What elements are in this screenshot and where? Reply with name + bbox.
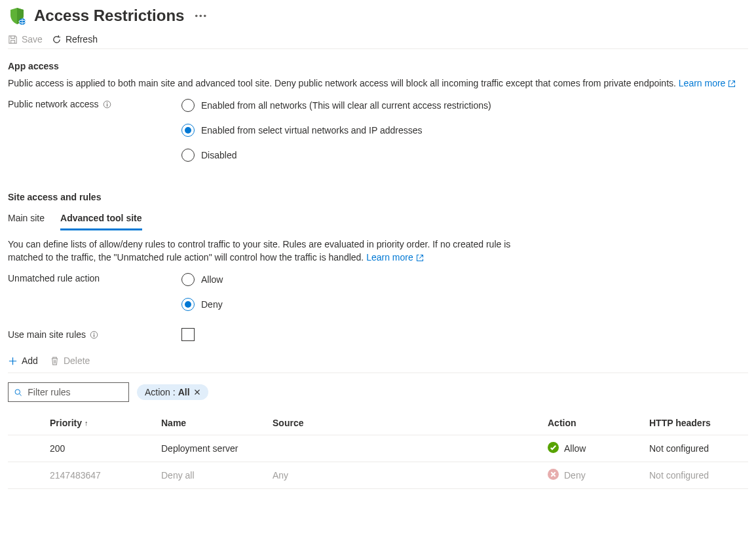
refresh-icon bbox=[52, 35, 62, 45]
site-access-description: You can define lists of allow/deny rules… bbox=[8, 238, 532, 264]
table-row[interactable]: 2147483647Deny allAnyDenyNot configured bbox=[8, 462, 748, 489]
use-main-site-row: Use main site rules bbox=[8, 328, 748, 341]
filter-row: Action : All bbox=[8, 382, 748, 402]
site-access-heading: Site access and rules bbox=[8, 192, 748, 202]
delete-label: Delete bbox=[64, 355, 90, 366]
shield-icon bbox=[8, 7, 26, 25]
radio-icon bbox=[181, 298, 195, 311]
trash-icon bbox=[50, 356, 60, 366]
radio-unmatched-allow[interactable]: Allow bbox=[181, 273, 223, 286]
learn-more-label: Learn more bbox=[679, 78, 726, 88]
public-network-access-row: Public network access Enabled from all n… bbox=[8, 99, 748, 162]
col-name[interactable]: Name bbox=[159, 411, 270, 435]
col-http[interactable]: HTTP headers bbox=[647, 411, 748, 435]
svg-rect-5 bbox=[106, 103, 107, 106]
radio-disabled-label: Disabled bbox=[201, 150, 236, 160]
radio-unmatched-allow-label: Allow bbox=[201, 274, 223, 285]
app-access-description: Public access is applied to both main si… bbox=[8, 77, 748, 90]
save-icon bbox=[8, 35, 18, 45]
command-bar: Save Refresh bbox=[8, 30, 748, 49]
x-circle-icon bbox=[548, 469, 559, 482]
filter-pill-action[interactable]: Action : All bbox=[137, 384, 208, 400]
cell-priority: 200 bbox=[47, 435, 159, 462]
rules-table: Priority↑ Name Source Action HTTP header… bbox=[8, 411, 748, 489]
sort-asc-icon: ↑ bbox=[82, 419, 88, 427]
public-network-access-text: Public network access bbox=[8, 99, 99, 109]
cell-http: Not configured bbox=[647, 435, 748, 462]
filter-input[interactable] bbox=[26, 386, 123, 398]
page-title: Access Restrictions bbox=[34, 7, 184, 25]
delete-button[interactable]: Delete bbox=[50, 355, 90, 366]
rules-toolbar: Add Delete bbox=[8, 355, 748, 373]
radio-disabled[interactable]: Disabled bbox=[181, 149, 491, 162]
learn-more-link[interactable]: Learn more bbox=[366, 252, 423, 263]
svg-point-9 bbox=[15, 389, 20, 393]
radio-enabled-select-label: Enabled from select virtual networks and… bbox=[201, 125, 422, 136]
radio-enabled-all-label: Enabled from all networks (This will cle… bbox=[201, 100, 491, 111]
save-button[interactable]: Save bbox=[8, 34, 43, 45]
use-main-site-label: Use main site rules bbox=[8, 329, 181, 340]
table-header-row: Priority↑ Name Source Action HTTP header… bbox=[8, 411, 748, 435]
cell-name: Deployment server bbox=[159, 435, 270, 462]
plus-icon bbox=[8, 356, 18, 366]
radio-icon bbox=[181, 149, 195, 162]
unmatched-rule-row: Unmatched rule action Allow Deny bbox=[8, 273, 748, 311]
external-link-icon bbox=[416, 254, 424, 262]
radio-icon bbox=[181, 99, 195, 112]
svg-line-10 bbox=[20, 393, 22, 395]
app-access-heading: App access bbox=[8, 61, 748, 71]
close-icon[interactable] bbox=[193, 388, 202, 397]
site-access-desc-text: You can define lists of allow/deny rules… bbox=[8, 239, 510, 263]
radio-enabled-select[interactable]: Enabled from select virtual networks and… bbox=[181, 124, 491, 137]
cell-http: Not configured bbox=[647, 462, 748, 489]
learn-more-label: Learn more bbox=[366, 252, 413, 263]
site-tabs: Main site Advanced tool site bbox=[8, 209, 748, 231]
radio-icon bbox=[181, 273, 195, 286]
cell-source bbox=[270, 435, 545, 462]
filter-pill-label: Action : bbox=[145, 387, 176, 397]
public-network-access-label: Public network access bbox=[8, 99, 181, 109]
col-priority[interactable]: Priority↑ bbox=[47, 411, 159, 435]
info-icon[interactable] bbox=[103, 100, 111, 109]
cell-source: Any bbox=[270, 462, 545, 489]
tab-advanced-tool-site[interactable]: Advanced tool site bbox=[60, 209, 142, 230]
app-access-desc-text: Public access is applied to both main si… bbox=[8, 78, 676, 88]
radio-icon bbox=[181, 124, 195, 137]
info-icon[interactable] bbox=[90, 331, 98, 339]
filter-pill-value: All bbox=[178, 387, 190, 397]
radio-unmatched-deny-label: Deny bbox=[201, 299, 223, 310]
radio-enabled-all[interactable]: Enabled from all networks (This will cle… bbox=[181, 99, 491, 112]
svg-point-4 bbox=[106, 102, 107, 103]
unmatched-radio-group: Allow Deny bbox=[181, 273, 223, 311]
use-main-site-text: Use main site rules bbox=[8, 329, 86, 340]
cell-action: Deny bbox=[545, 462, 647, 489]
learn-more-link[interactable]: Learn more bbox=[679, 78, 736, 88]
external-link-icon bbox=[728, 80, 736, 88]
add-button[interactable]: Add bbox=[8, 355, 38, 366]
svg-rect-8 bbox=[94, 334, 94, 337]
public-network-radio-group: Enabled from all networks (This will cle… bbox=[181, 99, 491, 162]
cell-action: Allow bbox=[545, 435, 647, 462]
table-row[interactable]: 200Deployment serverAllowNot configured bbox=[8, 435, 748, 462]
more-button[interactable]: ••• bbox=[192, 11, 208, 21]
filter-input-wrapper[interactable] bbox=[8, 382, 129, 402]
cell-priority: 2147483647 bbox=[47, 462, 159, 489]
tab-main-site[interactable]: Main site bbox=[8, 209, 45, 230]
save-label: Save bbox=[22, 34, 43, 45]
check-circle-icon bbox=[548, 442, 559, 455]
add-label: Add bbox=[22, 355, 38, 366]
use-main-site-checkbox[interactable] bbox=[181, 328, 195, 341]
refresh-label: Refresh bbox=[66, 34, 98, 45]
cell-name: Deny all bbox=[159, 462, 270, 489]
page-header: Access Restrictions ••• bbox=[8, 0, 748, 30]
svg-point-7 bbox=[94, 333, 94, 333]
col-source[interactable]: Source bbox=[270, 411, 545, 435]
unmatched-rule-label: Unmatched rule action bbox=[8, 273, 181, 283]
col-action[interactable]: Action bbox=[545, 411, 647, 435]
refresh-button[interactable]: Refresh bbox=[52, 34, 98, 45]
radio-unmatched-deny[interactable]: Deny bbox=[181, 298, 223, 311]
search-icon bbox=[14, 388, 22, 397]
